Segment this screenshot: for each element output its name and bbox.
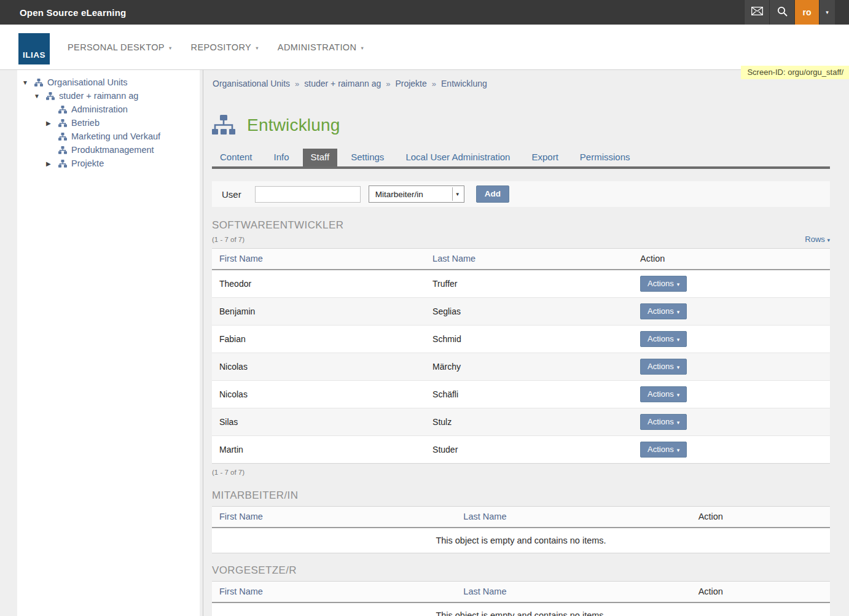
- last-name-cell: Stulz: [425, 408, 633, 435]
- user-avatar[interactable]: ro: [794, 0, 819, 25]
- chevron-down-icon: ▾: [677, 309, 680, 315]
- tab-permissions[interactable]: Permissions: [572, 149, 638, 166]
- menu-personal-desktop[interactable]: PERSONAL DESKTOP ▾: [68, 42, 172, 52]
- sort-last-name[interactable]: Last Name: [456, 582, 691, 603]
- rows-dropdown[interactable]: Rows ▾: [805, 235, 830, 244]
- chevron-down-icon: ▾: [677, 337, 680, 343]
- select-arrow-icon[interactable]: ▼: [452, 187, 463, 201]
- vorgesetzte-table-title: VORGESETZE/R: [212, 564, 830, 577]
- screen-id-badge: Screen-ID: orgu/orgu_staff/: [741, 66, 849, 79]
- breadcrumb-separator: »: [432, 79, 436, 88]
- mail-button[interactable]: [744, 0, 769, 25]
- orgunit-icon: [58, 133, 67, 141]
- breadcrumb-separator: »: [386, 79, 390, 88]
- breadcrumb-link[interactable]: Organisational Units: [213, 79, 290, 88]
- first-name-cell: Benjamin: [212, 297, 425, 325]
- sort-first-name[interactable]: First Name: [212, 582, 456, 603]
- role-select[interactable]: Mitarbeiter/in ▼: [369, 185, 464, 203]
- tree-item-projekte[interactable]: ▶ Projekte: [17, 157, 200, 170]
- actions-dropdown-button[interactable]: Actions▾: [640, 359, 687, 375]
- breadcrumb-link[interactable]: Entwicklung: [441, 79, 487, 88]
- ilias-logo[interactable]: ILIAS: [18, 33, 50, 64]
- last-name-cell: Schäfli: [425, 380, 633, 408]
- result-count: (1 - 7 of 7): [212, 236, 245, 243]
- tab-content[interactable]: Content: [212, 149, 260, 166]
- search-button[interactable]: [769, 0, 794, 25]
- first-name-cell: Martin: [212, 435, 425, 463]
- actions-dropdown-button[interactable]: Actions▾: [640, 414, 687, 430]
- main-menu: PERSONAL DESKTOP ▾ REPOSITORY ▾ ADMINIST…: [68, 25, 383, 69]
- chevron-down-icon: ▾: [361, 45, 364, 51]
- expand-arrow-icon[interactable]: ▼: [34, 93, 46, 99]
- user-search-input[interactable]: [255, 186, 361, 203]
- user-field-label: User: [222, 189, 241, 200]
- tree-item-marketing-und-verkauf[interactable]: Marketing und Verkauf: [17, 130, 200, 143]
- collapse-arrow-icon[interactable]: ▶: [46, 160, 58, 167]
- tab-staff[interactable]: Staff: [303, 149, 338, 166]
- avatar-initials: ro: [803, 7, 812, 17]
- table-row: Nicolas Schäfli Actions▾: [212, 380, 830, 408]
- first-name-cell: Fabian: [212, 325, 425, 353]
- add-user-button[interactable]: Add: [476, 185, 509, 203]
- empty-table-row: This object is empty and contains no ite…: [212, 602, 830, 616]
- orgunit-icon: [46, 92, 55, 100]
- add-user-form: User Mitarbeiter/in ▼ Add: [212, 181, 830, 207]
- last-name-cell: Truffer: [425, 270, 633, 297]
- action-column-header: Action: [691, 506, 830, 528]
- topbar-spacer: [835, 0, 849, 25]
- tab-bar: Content Info Staff Settings Local User A…: [212, 149, 830, 169]
- page-header: Entwicklung: [212, 115, 830, 135]
- last-name-cell: Märchy: [425, 353, 633, 380]
- menu-administration[interactable]: ADMINISTRATION ▾: [278, 42, 364, 52]
- orgunit-icon: [58, 160, 67, 168]
- tab-info[interactable]: Info: [266, 149, 297, 166]
- table-row: Silas Stulz Actions▾: [212, 408, 830, 435]
- first-name-cell: Nicolas: [212, 380, 425, 408]
- empty-message: This object is empty and contains no ite…: [212, 602, 830, 616]
- actions-dropdown-button[interactable]: Actions▾: [640, 276, 687, 292]
- topbar-actions: ro ▾: [744, 0, 849, 25]
- breadcrumb-link[interactable]: studer + raimann ag: [304, 79, 381, 88]
- app-title: Open Source eLearning: [0, 7, 126, 18]
- first-name-cell: Nicolas: [212, 353, 425, 380]
- tab-export[interactable]: Export: [523, 149, 566, 166]
- org-tree: ▼ Organisational Units ▼ studer + raiman…: [17, 70, 200, 616]
- breadcrumb-link[interactable]: Projekte: [395, 79, 426, 88]
- chevron-down-icon: ▾: [677, 392, 680, 398]
- tree-item-betrieb[interactable]: ▶ Betrieb: [17, 116, 200, 130]
- actions-dropdown-button[interactable]: Actions▾: [640, 386, 687, 402]
- orgunit-icon: [34, 79, 43, 87]
- tab-settings[interactable]: Settings: [343, 149, 392, 166]
- menu-repository[interactable]: REPOSITORY ▾: [191, 42, 259, 52]
- tree-item-produktmanagement[interactable]: Produktmanagement: [17, 143, 200, 157]
- tree-item-administration[interactable]: Administration: [17, 103, 200, 116]
- tab-local-user-administration[interactable]: Local User Administration: [397, 149, 518, 166]
- sort-first-name[interactable]: First Name: [212, 249, 425, 270]
- user-menu-button[interactable]: ▾: [819, 0, 835, 25]
- sort-first-name[interactable]: First Name: [212, 506, 456, 528]
- expand-arrow-icon[interactable]: ▼: [22, 79, 34, 86]
- result-count: (1 - 7 of 7): [212, 469, 830, 476]
- action-column-header: Action: [691, 582, 830, 603]
- tree-item-organisational-units[interactable]: ▼ Organisational Units: [17, 76, 200, 89]
- table-header-row: First Name Last Name Action: [212, 582, 830, 603]
- actions-dropdown-button[interactable]: Actions▾: [640, 303, 687, 319]
- actions-dropdown-button[interactable]: Actions▾: [640, 442, 687, 458]
- sort-last-name[interactable]: Last Name: [425, 249, 633, 270]
- actions-dropdown-button[interactable]: Actions▾: [640, 331, 687, 347]
- sort-last-name[interactable]: Last Name: [456, 506, 691, 528]
- chevron-down-icon: ▾: [677, 419, 680, 426]
- orgunit-icon: [58, 106, 67, 114]
- table-header-row: First Name Last Name Action: [212, 249, 830, 270]
- tree-item-studer-raimann-ag[interactable]: ▼ studer + raimann ag: [17, 89, 200, 103]
- orgunit-icon: [212, 115, 235, 135]
- collapse-arrow-icon[interactable]: ▶: [46, 120, 58, 127]
- page-title: Entwicklung: [247, 115, 340, 135]
- staff-table-meta: (1 - 7 of 7) Rows ▾: [212, 235, 830, 244]
- chevron-down-icon: ▾: [677, 447, 680, 453]
- sidebar: ▼ Organisational Units ▼ studer + raiman…: [0, 70, 203, 616]
- chevron-down-icon: ▾: [826, 9, 829, 15]
- orgunit-icon: [58, 146, 67, 154]
- staff-table-title: SOFTWAREENTWICKLER: [212, 219, 830, 232]
- chevron-down-icon: ▾: [256, 45, 259, 51]
